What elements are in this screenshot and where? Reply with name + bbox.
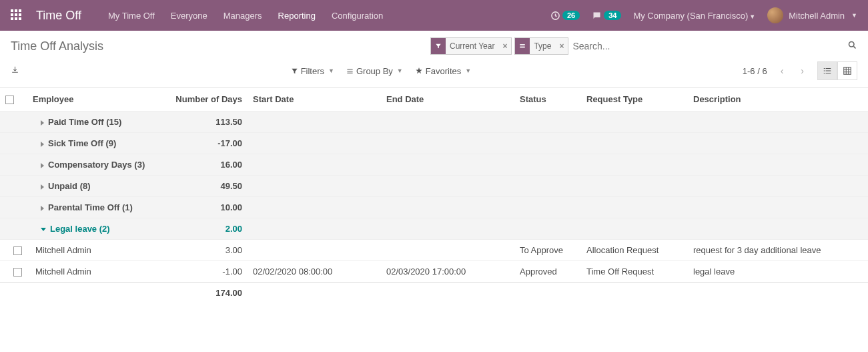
chevron-right-icon [41,206,44,211]
user-menu[interactable]: Mitchell Admin▼ [767,7,857,23]
filters-button[interactable]: Filters▼ [291,66,334,76]
col-days[interactable]: Number of Days [161,87,248,112]
filter-icon [431,38,446,54]
list-view-button[interactable] [817,61,837,80]
col-end[interactable]: End Date [381,87,514,112]
apps-icon[interactable] [11,9,23,21]
facet-type: Type × [514,37,568,55]
messages-button[interactable]: 34 [592,11,621,21]
nav-reporting[interactable]: Reporting [278,11,316,21]
messages-count: 34 [604,11,621,20]
search-bar: Current Year × Type × [430,37,857,55]
groupby-button[interactable]: Group By▼ [346,66,403,76]
col-status[interactable]: Status [514,87,581,112]
group-icon [515,38,530,54]
group-row[interactable]: Unpaid (8)49.50 [0,176,868,197]
pager-prev[interactable]: ‹ [777,63,788,79]
search-icon[interactable] [847,40,857,52]
row-checkbox[interactable] [13,268,22,277]
nav-configuration[interactable]: Configuration [332,11,383,21]
table-header-row: Employee Number of Days Start Date End D… [0,87,868,112]
facet-current-year: Current Year × [430,37,512,55]
control-panel-top: Time Off Analysis Current Year × Type × [0,31,868,59]
nav-my-time-off[interactable]: My Time Off [108,11,155,21]
pager-next[interactable]: › [797,63,808,79]
col-type[interactable]: Request Type [581,87,688,112]
group-row[interactable]: Sick Time Off (9)-17.00 [0,133,868,154]
svg-rect-2 [844,67,851,75]
nav-links: My Time Off Everyone Managers Reporting … [108,11,383,21]
breadcrumb: Time Off Analysis [11,39,103,53]
group-row[interactable]: Parental Time Off (1)10.00 [0,197,868,218]
download-icon[interactable] [11,65,19,76]
list-icon [346,67,354,75]
activities-button[interactable]: 26 [550,11,580,21]
facet-remove-icon[interactable]: × [555,41,568,51]
nav-managers[interactable]: Managers [224,11,262,21]
filter-icon [291,67,298,75]
table-footer: 174.00 [0,283,868,304]
user-name: Mitchell Admin [789,11,845,21]
select-all-checkbox[interactable] [5,96,14,104]
chevron-down-icon [41,228,46,231]
total-days: 174.00 [161,283,248,304]
chat-icon [592,11,602,21]
group-row[interactable]: Legal leave (2)2.00 [0,218,868,240]
control-panel-bottom: Filters▼ Group By▼ Favorites▼ 1-6 / 6 ‹ … [0,59,868,87]
table-row[interactable]: Mitchell Admin3.00To ApproveAllocation R… [0,240,868,261]
pivot-view-button[interactable] [837,61,857,80]
company-switcher[interactable]: My Company (San Francisco)▼ [633,11,755,21]
chevron-right-icon [41,142,44,147]
data-table: Employee Number of Days Start Date End D… [0,87,868,303]
svg-point-1 [849,42,855,47]
search-input[interactable] [572,37,842,55]
pager[interactable]: 1-6 / 6 [743,66,767,76]
chevron-right-icon [41,184,44,190]
group-row[interactable]: Compensatory Days (3)16.00 [0,154,868,176]
chevron-right-icon [41,120,44,126]
table-row[interactable]: Mitchell Admin-1.0002/02/2020 08:00:0002… [0,261,868,283]
nav-everyone[interactable]: Everyone [171,11,207,21]
col-start[interactable]: Start Date [248,87,381,112]
col-employee[interactable]: Employee [27,87,161,112]
app-title: Time Off [36,9,81,23]
search-facets: Current Year × Type × [430,37,568,55]
row-checkbox[interactable] [13,246,22,255]
star-icon [415,67,423,75]
activities-count: 26 [562,11,580,20]
facet-remove-icon[interactable]: × [498,41,511,51]
view-switcher [817,61,857,80]
avatar [767,7,783,23]
topbar: Time Off My Time Off Everyone Managers R… [0,0,868,31]
chevron-right-icon [41,163,44,168]
group-row[interactable]: Paid Time Off (15)113.50 [0,112,868,133]
clock-icon [550,11,560,21]
favorites-button[interactable]: Favorites▼ [415,66,471,76]
col-description[interactable]: Description [688,87,868,112]
